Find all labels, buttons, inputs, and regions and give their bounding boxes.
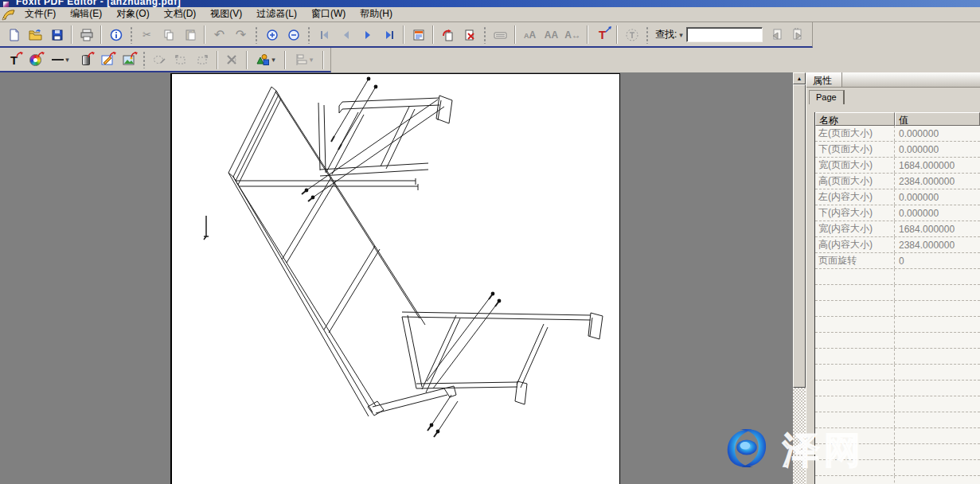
pdf-page[interactable] [170, 73, 620, 484]
import-text-button[interactable]: T [592, 25, 613, 45]
menu-item[interactable]: 过滤器(L) [249, 6, 304, 23]
delete-object-button[interactable] [221, 50, 243, 70]
document-menu-icon[interactable] [2, 9, 16, 21]
add-text-button[interactable]: T [3, 50, 25, 70]
lasso-edit-button[interactable] [149, 50, 170, 70]
add-shading-button[interactable] [75, 50, 96, 70]
paste-button[interactable] [179, 25, 201, 45]
rotate-page-button[interactable] [437, 25, 459, 45]
replace-font-icon: AA [524, 29, 536, 41]
last-page-button[interactable] [378, 25, 400, 45]
print-button[interactable] [76, 25, 97, 45]
property-row-empty[interactable] [815, 269, 980, 285]
scroll-up-button[interactable]: ▲ [793, 72, 806, 84]
property-row[interactable]: 左(页面大小) 0.000000 [815, 126, 980, 142]
first-page-button[interactable] [314, 25, 335, 45]
property-row-empty[interactable] [815, 381, 980, 396]
page-layout-button[interactable] [408, 25, 429, 45]
replace-font-button[interactable]: AA [519, 25, 541, 45]
separator [284, 51, 286, 69]
zoom-out-button[interactable] [283, 25, 304, 45]
window-title: Foxit PDF Editor - [anzhuang.pdf] [16, 0, 181, 7]
undo-button[interactable]: ↶ [209, 25, 230, 45]
property-row[interactable]: 左(内容大小) 0.000000 [815, 189, 980, 205]
paste-icon [184, 29, 197, 41]
property-row[interactable]: 高(内容大小) 2384.000000 [815, 237, 980, 253]
copy-button[interactable] [158, 25, 179, 45]
menu-item[interactable]: 文档(D) [157, 6, 204, 23]
shape-dropdown[interactable]: ▾ [271, 56, 275, 64]
toolbar-grip[interactable] [307, 26, 310, 44]
property-row-empty[interactable] [815, 444, 980, 460]
toolbar-grip[interactable] [143, 51, 146, 68]
property-rows: 左(页面大小) 0.000000 下(页面大小) 0.000000 宽(页面大小… [815, 126, 980, 484]
property-value: 1684.000000 [895, 160, 980, 171]
next-page-button[interactable] [357, 25, 378, 45]
canvas-area[interactable] [0, 72, 793, 484]
add-image-button[interactable] [118, 50, 139, 70]
property-row-empty[interactable] [815, 396, 980, 412]
menu-item[interactable]: 帮助(H) [353, 6, 400, 23]
line-style-button[interactable]: ▾ [46, 50, 75, 70]
toolbar-grip[interactable] [130, 26, 133, 44]
find-next-button[interactable] [787, 25, 809, 45]
menu-bar: 文件(F)编辑(E)对象(O)文档(D)视图(V)过滤器(L)窗口(W)帮助(H… [0, 7, 980, 22]
align-dropdown[interactable]: ▾ [310, 56, 314, 64]
property-row-empty[interactable] [815, 317, 980, 333]
font-pair-button[interactable]: AA [541, 25, 562, 45]
property-row-empty[interactable] [815, 412, 980, 428]
property-row[interactable]: 页面旋转 0 [815, 253, 980, 269]
property-row-empty[interactable] [815, 349, 980, 365]
align-objects-button[interactable]: ▾ [289, 50, 319, 70]
find-history-dropdown[interactable]: ▾ [679, 31, 683, 39]
menu-item[interactable]: 文件(F) [18, 6, 63, 23]
toolbar-grip[interactable] [646, 26, 649, 44]
menu-item[interactable]: 编辑(E) [63, 6, 109, 23]
letter-spacing-button[interactable]: A↔ [562, 25, 584, 45]
toolbar-grip[interactable] [255, 26, 258, 44]
find-previous-button[interactable] [766, 25, 787, 45]
info-icon [110, 29, 123, 41]
line-style-dropdown[interactable]: ▾ [65, 56, 69, 64]
property-row-empty[interactable] [815, 460, 980, 476]
property-row[interactable]: 下(页面大小) 0.000000 [815, 142, 980, 158]
property-row-empty[interactable] [815, 428, 980, 444]
find-input[interactable] [686, 27, 763, 42]
menu-item[interactable]: 对象(O) [109, 6, 156, 23]
toolbar-grip[interactable] [483, 26, 486, 44]
add-color-button[interactable] [25, 50, 46, 70]
separator [403, 25, 404, 44]
new-file-button[interactable] [3, 25, 25, 45]
property-row-empty[interactable] [815, 285, 980, 301]
property-row[interactable]: 宽(页面大小) 1684.000000 [815, 158, 980, 174]
property-row-empty[interactable] [815, 365, 980, 381]
zoom-in-button[interactable] [261, 25, 283, 45]
document-info-button[interactable] [105, 25, 127, 45]
open-file-button[interactable] [25, 25, 46, 45]
menu-item[interactable]: 视图(V) [203, 6, 249, 23]
cut-button[interactable]: ✂ [136, 25, 158, 45]
keyboard-button[interactable] [490, 25, 511, 45]
delete-page-button[interactable] [459, 25, 480, 45]
text-circle-button[interactable] [621, 25, 642, 45]
tab-properties[interactable]: 属性 [806, 72, 842, 87]
redo-button[interactable]: ↷ [230, 25, 252, 45]
property-row[interactable]: 高(页面大小) 2384.000000 [815, 174, 980, 189]
menu-item[interactable]: 窗口(W) [304, 6, 353, 23]
tab-page[interactable]: Page [809, 90, 845, 104]
property-name: 宽(页面大小) [815, 158, 895, 173]
transform-forward-button[interactable] [192, 50, 213, 70]
previous-page-button[interactable] [335, 25, 357, 45]
property-row[interactable]: 宽(内容大小) 1684.000000 [815, 221, 980, 237]
save-button[interactable] [46, 25, 68, 45]
scrollbar-thumb[interactable] [793, 84, 806, 388]
transform-back-button[interactable] [170, 50, 192, 70]
property-row-empty[interactable] [815, 333, 980, 349]
insert-shape-button[interactable]: ▾ [251, 50, 281, 70]
property-row-empty[interactable] [815, 476, 980, 484]
property-row[interactable]: 下(内容大小) 0.000000 [815, 205, 980, 221]
edit-image-button[interactable] [96, 50, 118, 70]
property-row-empty[interactable] [815, 301, 980, 317]
property-name [815, 428, 895, 443]
vertical-scrollbar[interactable]: ▲ [793, 72, 806, 484]
